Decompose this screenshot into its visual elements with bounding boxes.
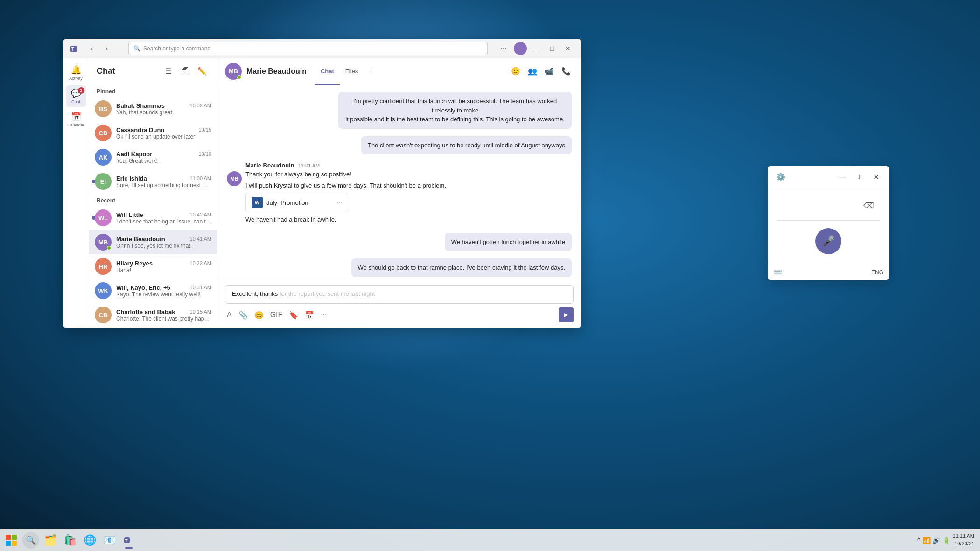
tab-files[interactable]: Files: [340, 59, 364, 85]
icon-nav: 🔔 Activity 2 💬 Chat 📅 Calendar: [63, 58, 89, 328]
chat-time-cassandra-dunn: 10/15: [198, 127, 211, 133]
activity-icon: 🔔: [71, 65, 81, 75]
chat-name-will-little: Will Little: [116, 211, 143, 218]
datetime-display[interactable]: 11:11 AM 10/20/21: [953, 533, 974, 547]
chat-info-babak-shammas: Babak Shammas 10:32 AM Yah, that sounds …: [116, 102, 211, 116]
user-avatar-button[interactable]: [514, 42, 527, 55]
chat-preview-will-little: I don't see that being an issue, can tak…: [116, 218, 211, 225]
calendar-label: Calendar: [67, 123, 84, 127]
taskbar-app-explorer[interactable]: 🗂️: [41, 531, 60, 550]
system-tray: ^ 📶 🔊 🔋: [917, 537, 950, 544]
message-row-outgoing-4: We should go back to that ramne place. I…: [227, 258, 572, 277]
messages-area: I'm pretty confident that this launch wi…: [217, 84, 581, 279]
compose-button[interactable]: ✏️: [195, 64, 210, 79]
message-input[interactable]: Excellent, thanks for the report you sen…: [225, 285, 574, 304]
more-options-button[interactable]: ···: [497, 42, 510, 55]
schedule-icon[interactable]: 📅: [303, 309, 316, 321]
chat-item-hilary-reyes[interactable]: HR Hilary Reyes 10:22 AM Haha!: [89, 254, 217, 279]
call-action-button[interactable]: 📞: [559, 64, 574, 79]
message-row-outgoing-1: I'm pretty confident that this launch wi…: [227, 92, 572, 129]
chat-item-group-will-kayo[interactable]: WK Will, Kayo, Eric, +5 10:31 AM Kayo: T…: [89, 279, 217, 303]
chat-item-aadi-kapoor[interactable]: AK Aadi Kapoor 10/10 You: Great work!: [89, 145, 217, 169]
taskbar-start-button[interactable]: [4, 533, 19, 548]
keyboard-icon: ⌨️: [773, 268, 783, 277]
voice-minimize-button[interactable]: —: [835, 169, 850, 184]
more-toolbar-icon[interactable]: ···: [319, 309, 329, 321]
chat-item-marie-beaudouin[interactable]: MB Marie Beaudouin 10:41 AM Ohhh I see, …: [89, 230, 217, 254]
typed-text: Excellent, thanks: [232, 290, 278, 297]
svg-rect-2: [6, 535, 11, 540]
format-icon[interactable]: A: [225, 309, 234, 321]
sidebar-item-chat[interactable]: 2 💬 Chat: [66, 85, 86, 107]
chat-preview-group-will-kayo: Kayo: The review went really well!: [116, 291, 211, 298]
chat-item-cassandra-dunn[interactable]: CD Cassandra Dunn 10/15 Ok I'll send an …: [89, 121, 217, 145]
chat-preview-aadi-kapoor: You: Great work!: [116, 158, 211, 164]
chat-time-will-little: 10:42 AM: [190, 212, 211, 217]
svg-rect-5: [12, 541, 17, 546]
chat-info-group-will-kayo: Will, Kayo, Eric, +5 10:31 AM Kayo: The …: [116, 284, 211, 298]
emoji-icon[interactable]: 😊: [252, 309, 266, 321]
search-bar[interactable]: 🔍 Search or type a command: [128, 42, 488, 55]
sidebar-item-calendar[interactable]: 📅 Calendar: [66, 109, 86, 130]
recent-section-label: Recent: [89, 194, 217, 206]
tab-add[interactable]: +: [364, 59, 378, 85]
taskbar-app-teams[interactable]: T: [119, 531, 138, 550]
taskbar: 🔍 🗂️ 🛍️ 🌐 📧 T ^ 📶 🔊 🔋 11:11 AM 10/20/21: [0, 529, 980, 551]
taskbar-app-edge[interactable]: 🌐: [80, 531, 99, 550]
sidebar-item-activity[interactable]: 🔔 Activity: [66, 62, 86, 84]
svg-text:T: T: [125, 538, 128, 543]
taskbar-app-mail[interactable]: 📧: [100, 531, 119, 550]
file-attachment-july-promotion[interactable]: W July_Promotion ···: [245, 193, 348, 212]
taskbar-search-button[interactable]: 🔍: [22, 532, 39, 549]
send-button[interactable]: ►: [559, 307, 574, 322]
voice-backspace-button[interactable]: ⌫: [861, 198, 876, 213]
voice-settings-button[interactable]: ⚙️: [773, 169, 788, 184]
microphone-button[interactable]: 🎤: [815, 228, 841, 254]
attach-icon[interactable]: 📎: [237, 309, 250, 321]
message-row-outgoing-3: We haven't gotten lunch together in awhi…: [227, 233, 572, 251]
contacts-action-button[interactable]: 👥: [525, 64, 540, 79]
msg-avatar-marie-1: MB: [227, 171, 242, 186]
emoji-action-button[interactable]: 🙂: [508, 64, 523, 79]
online-dot-marie: [107, 246, 111, 250]
avatar-charlotte-babak: CB: [95, 307, 112, 323]
msg-text-marie-1a: Thank you for always being so positive!: [245, 169, 446, 180]
chat-item-reta-taylor[interactable]: RT Reta Taylor 10:11 AM Ah, ok I underst…: [89, 327, 217, 328]
chat-preview-marie-beaudouin: Ohhh I see, yes let me fix that!: [116, 243, 211, 249]
gif-icon[interactable]: GIF: [268, 309, 285, 321]
edit-button[interactable]: 🗍: [178, 64, 193, 79]
back-button[interactable]: ‹: [85, 42, 98, 55]
chat-header-icons: ☰ 🗍 ✏️: [161, 64, 210, 79]
msg-sender-row-1: Marie Beaudouin 11:01 AM: [245, 162, 446, 169]
voice-close-button[interactable]: ✕: [868, 169, 883, 184]
chat-time-marie-beaudouin: 10:41 AM: [190, 236, 211, 242]
chat-item-will-little[interactable]: WL Will Little 10:42 AM I don't see that…: [89, 206, 217, 230]
close-button[interactable]: ✕: [560, 42, 575, 55]
avatar-will-little: WL: [95, 209, 112, 226]
chat-item-charlotte-babak[interactable]: CB Charlotte and Babak 10:15 AM Charlott…: [89, 303, 217, 327]
video-action-button[interactable]: 📹: [542, 64, 557, 79]
chat-preview-eric-ishida: Sure, I'll set up something for next wee…: [116, 182, 211, 188]
avatar-eric-ishida: EI: [95, 173, 112, 190]
sticker-icon[interactable]: 🔖: [287, 309, 300, 321]
teams-logo-icon: T: [69, 42, 82, 55]
file-more-options[interactable]: ···: [336, 199, 342, 206]
chat-item-babak-shammas[interactable]: BS Babak Shammas 10:32 AM Yah, that soun…: [89, 97, 217, 121]
tab-chat[interactable]: Chat: [315, 59, 340, 85]
minimize-button[interactable]: —: [529, 42, 544, 55]
forward-button[interactable]: ›: [100, 42, 113, 55]
chat-info-aadi-kapoor: Aadi Kapoor 10/10 You: Great work!: [116, 151, 211, 164]
chat-name-babak-shammas: Babak Shammas: [116, 102, 165, 109]
voice-footer: ⌨️ ENG: [768, 264, 889, 280]
chat-item-eric-ishida[interactable]: EI Eric Ishida 11:00 AM Sure, I'll set u…: [89, 169, 217, 194]
chat-info-cassandra-dunn: Cassandra Dunn 10/15 Ok I'll send an upd…: [116, 126, 211, 140]
contact-avatar-marie: MB: [225, 63, 242, 80]
voice-download-button[interactable]: ↓: [852, 169, 867, 184]
chat-name-group-will-kayo: Will, Kayo, Eric, +5: [116, 284, 170, 291]
voice-widget: ⚙️ — ↓ ✕ ⌫ 🎤 ⌨️ ENG: [768, 166, 889, 280]
maximize-button[interactable]: □: [545, 42, 560, 55]
voice-body: ⌫ 🎤: [768, 188, 889, 264]
filter-button[interactable]: ☰: [161, 64, 176, 79]
chevron-up-icon[interactable]: ^: [917, 537, 921, 544]
taskbar-app-store[interactable]: 🛍️: [61, 531, 79, 550]
